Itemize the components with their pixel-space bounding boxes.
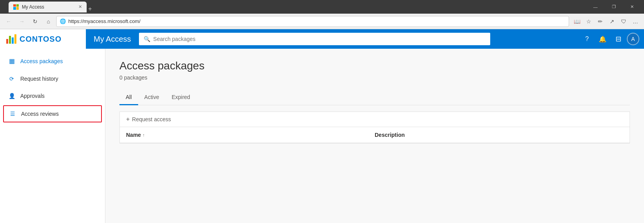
tab-close-button[interactable]: ✕ [78, 4, 82, 9]
access-packages-icon: ▦ [8, 57, 16, 65]
content-area: Access packages 0 packages All Active Ex… [105, 49, 644, 223]
sidebar-item-access-packages[interactable]: ▦ Access packages [0, 52, 105, 70]
user-avatar[interactable]: A [627, 33, 639, 45]
column-name-label: Name [126, 132, 141, 138]
close-button[interactable]: ✕ [623, 0, 641, 14]
search-icon: 🔍 [144, 36, 150, 42]
packages-count: 0 packages [119, 74, 630, 81]
company-logo-text: CONTOSO [20, 35, 62, 44]
sidebar-item-request-history[interactable]: ⟳ Request history [0, 70, 105, 87]
logo-area: CONTOSO [0, 29, 86, 49]
app-header: CONTOSO My Access 🔍 ? 🔔 ⊟ A [0, 29, 644, 49]
sidebar-item-approvals[interactable]: 👤 Approvals [0, 87, 105, 104]
plus-icon: + [126, 116, 130, 123]
address-bar[interactable]: 🌐 https://myaccess.microsoft.com/ [56, 16, 569, 27]
tab-expired[interactable]: Expired [165, 90, 196, 105]
notifications-button[interactable]: 🔔 [596, 32, 610, 46]
hub-button[interactable]: ✏ [595, 16, 606, 27]
globe-icon: 🌐 [60, 18, 66, 24]
tab-active[interactable]: Active [138, 90, 165, 105]
request-access-label: Request access [132, 116, 171, 122]
sidebar-item-access-reviews[interactable]: ☰ Access reviews [3, 105, 102, 122]
logo-bar-green [9, 36, 11, 44]
logo-bar-blue [12, 37, 14, 44]
more-button[interactable]: … [630, 16, 641, 27]
table-area: + Request access Name ↑ Description [119, 112, 630, 143]
tab-title: My Access [22, 4, 44, 10]
search-bar[interactable]: 🔍 [139, 33, 490, 45]
column-description: Description [375, 132, 623, 138]
favicon [13, 4, 19, 10]
minimize-button[interactable]: — [587, 0, 604, 14]
sidebar-item-request-history-label: Request history [20, 76, 58, 82]
tabs: All Active Expired [119, 90, 630, 105]
logo-bar-yellow [14, 34, 16, 44]
network-button[interactable]: ⊟ [611, 32, 625, 46]
tab-bar: My Access ✕ + [9, 2, 584, 12]
forward-button[interactable]: → [16, 16, 27, 27]
favorites-button[interactable]: ☆ [583, 16, 594, 27]
refresh-button[interactable]: ↻ [30, 16, 41, 27]
app-title: My Access [94, 35, 131, 44]
request-history-icon: ⟳ [8, 76, 16, 82]
sort-icon[interactable]: ↑ [142, 133, 145, 137]
sidebar-item-approvals-label: Approvals [20, 93, 44, 99]
sidebar: ▦ Access packages ⟳ Request history 👤 Ap… [0, 49, 105, 223]
access-reviews-icon: ☰ [9, 111, 16, 117]
page-title: Access packages [119, 60, 630, 72]
browser-tab[interactable]: My Access ✕ [9, 2, 87, 12]
approvals-icon: 👤 [8, 93, 16, 99]
logo-bar-red [6, 39, 8, 44]
back-button[interactable]: ← [3, 16, 14, 27]
column-name: Name ↑ [126, 132, 375, 138]
new-tab-button[interactable]: + [88, 5, 92, 12]
header-actions: ? 🔔 ⊟ A [580, 32, 639, 46]
sidebar-item-access-reviews-label: Access reviews [21, 111, 59, 117]
help-button[interactable]: ? [580, 32, 594, 46]
url-text: https://myaccess.microsoft.com/ [68, 18, 566, 24]
table-header: Name ↑ Description [120, 127, 630, 143]
main-layout: ▦ Access packages ⟳ Request history 👤 Ap… [0, 49, 644, 223]
restore-button[interactable]: ❐ [605, 0, 623, 14]
browser-actions: 📖 ☆ ✏ ↗ 🛡 … [571, 16, 641, 27]
reader-view-button[interactable]: 📖 [571, 16, 582, 27]
security-button[interactable]: 🛡 [618, 16, 629, 27]
address-bar-row: ← → ↻ ⌂ 🌐 https://myaccess.microsoft.com… [0, 14, 644, 29]
search-input[interactable] [153, 36, 486, 42]
share-button[interactable]: ↗ [607, 16, 617, 27]
tab-all[interactable]: All [119, 90, 138, 105]
sidebar-item-access-packages-label: Access packages [20, 58, 63, 64]
ms-logo-icon [6, 34, 16, 44]
home-button[interactable]: ⌂ [43, 16, 54, 27]
window-controls: — ❐ ✕ [587, 0, 641, 14]
request-access-bar[interactable]: + Request access [120, 112, 630, 127]
browser-chrome: My Access ✕ + — ❐ ✕ [0, 0, 644, 14]
